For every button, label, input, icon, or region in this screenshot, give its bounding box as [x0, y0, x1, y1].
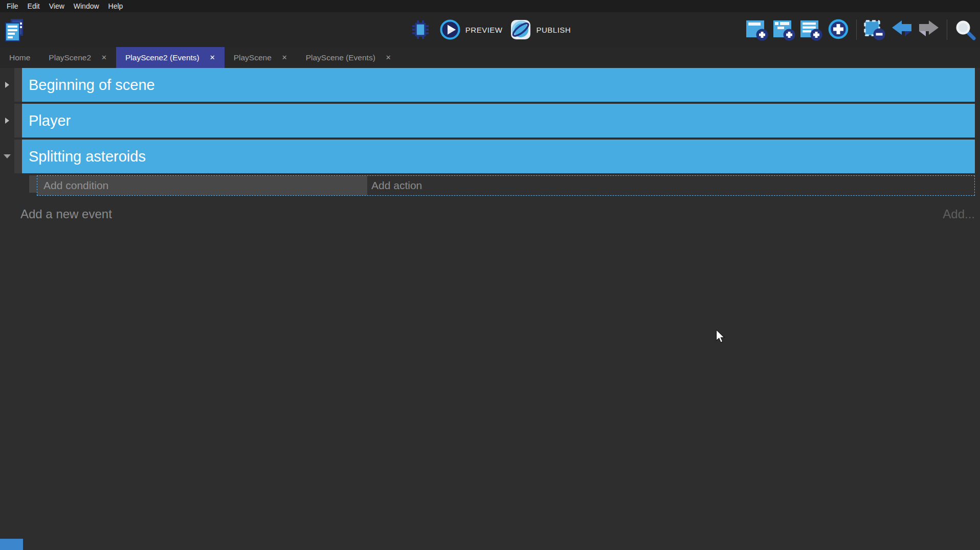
toolbar: PREVIEW PUBLISH: [0, 12, 980, 47]
publish-button[interactable]: PUBLISH: [510, 19, 571, 40]
tab-playscene2[interactable]: PlayScene2 ✕: [39, 47, 116, 68]
event-group-header[interactable]: Player: [22, 104, 975, 138]
debug-button[interactable]: [409, 18, 432, 41]
menu-file[interactable]: File: [2, 0, 23, 12]
publish-label: PUBLISH: [536, 26, 571, 34]
toolbar-separator: [947, 19, 947, 40]
collapse-toggle[interactable]: [0, 140, 14, 173]
event-drag-handle[interactable]: [14, 68, 22, 102]
add-subevent-button[interactable]: [772, 17, 796, 42]
add-more-button[interactable]: Add...: [943, 207, 975, 221]
add-action-button[interactable]: Add action: [367, 176, 974, 195]
debug-bug-icon: [409, 18, 432, 41]
menu-edit[interactable]: Edit: [23, 0, 44, 12]
menu-help[interactable]: Help: [104, 0, 128, 12]
menu-view[interactable]: View: [44, 0, 69, 12]
unselect-all-icon: [863, 18, 886, 41]
redo-icon: [918, 19, 940, 40]
add-comment-button[interactable]: [799, 17, 823, 42]
collapse-toggle[interactable]: [0, 68, 14, 102]
add-anything-button[interactable]: [827, 17, 850, 42]
tab-playscene-events[interactable]: PlayScene (Events) ✕: [297, 47, 400, 68]
event-drag-handle[interactable]: [14, 104, 22, 138]
chevron-down-icon: [4, 154, 11, 158]
close-icon[interactable]: ✕: [386, 54, 391, 61]
add-new-event-button[interactable]: Add a new event: [20, 207, 112, 221]
add-event-button[interactable]: [745, 17, 769, 42]
collapse-toggle[interactable]: [0, 104, 14, 138]
redo-button[interactable]: [917, 17, 941, 42]
menu-bar: File Edit View Window Help: [0, 0, 980, 12]
tab-home[interactable]: Home: [0, 47, 39, 68]
selected-event-outline: Add condition Add action: [37, 175, 975, 196]
event-drag-handle[interactable]: [14, 140, 22, 173]
undo-button[interactable]: [890, 17, 914, 42]
event-group-header[interactable]: Splitting asteroids: [22, 140, 975, 173]
events-sheet: Beginning of scene Player Splitting aste…: [0, 68, 980, 550]
add-subevent-icon: [772, 18, 796, 41]
preview-label: PREVIEW: [465, 26, 503, 34]
close-icon[interactable]: ✕: [210, 54, 215, 61]
tab-playscene2-events[interactable]: PlayScene2 (Events) ✕: [116, 47, 225, 68]
tab-label: PlayScene2: [49, 53, 91, 62]
tab-label: PlayScene: [234, 53, 272, 62]
empty-event-row: Add condition Add action: [29, 175, 975, 196]
unselect-all-button[interactable]: [863, 17, 886, 42]
add-event-icon: [745, 18, 769, 41]
bottom-left-panel-fragment: [0, 539, 23, 550]
toolbar-right-group: [745, 12, 977, 47]
search-icon: [954, 18, 976, 41]
close-icon[interactable]: ✕: [282, 54, 287, 61]
tab-bar: Home PlayScene2 ✕ PlayScene2 (Events) ✕ …: [0, 47, 980, 68]
event-group-header[interactable]: Beginning of scene: [22, 68, 975, 102]
menu-window[interactable]: Window: [69, 0, 104, 12]
event-group-row: Splitting asteroids: [0, 140, 980, 173]
chevron-right-icon: [5, 82, 9, 88]
add-condition-button[interactable]: Add condition: [37, 176, 367, 195]
tab-label: Home: [9, 53, 30, 62]
sheet-footer: Add a new event Add...: [0, 205, 980, 223]
tab-label: PlayScene (Events): [306, 53, 375, 62]
search-button[interactable]: [953, 17, 977, 42]
event-group-row: Player: [0, 104, 980, 138]
play-circle-icon: [440, 19, 460, 40]
toolbar-separator: [856, 19, 857, 40]
add-anything-icon: [827, 18, 850, 41]
gdevelop-window: File Edit View Window Help: [0, 0, 980, 550]
tab-label: PlayScene2 (Events): [125, 53, 199, 62]
event-group-row: Beginning of scene: [0, 68, 980, 102]
undo-icon: [890, 19, 913, 40]
tab-playscene[interactable]: PlayScene ✕: [225, 47, 297, 68]
close-icon[interactable]: ✕: [101, 54, 107, 61]
publish-globe-icon: [510, 19, 531, 40]
preview-button[interactable]: PREVIEW: [440, 19, 503, 40]
add-comment-icon: [799, 18, 823, 41]
event-indent-handle: [29, 175, 37, 193]
chevron-right-icon: [5, 118, 9, 124]
